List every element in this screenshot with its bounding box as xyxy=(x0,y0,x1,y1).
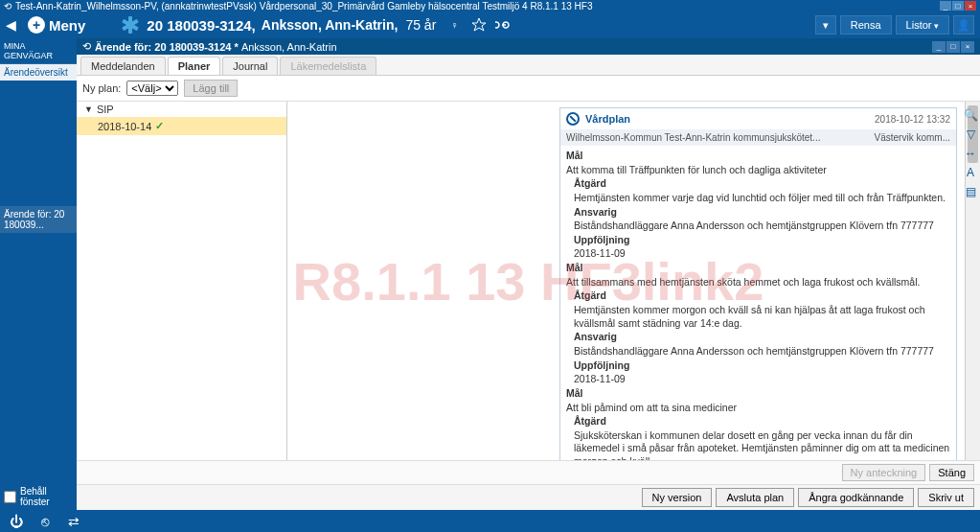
card-subheader: Wilhelmsson-Kommun Test-Ann-Katrin kommu… xyxy=(560,129,956,146)
patient-age: 75 år xyxy=(405,17,436,33)
card-line: Mål xyxy=(566,262,950,275)
card-line: Att komma till Träffpunkten för lunch oc… xyxy=(566,164,950,177)
maximize-button[interactable]: □ xyxy=(952,1,964,11)
tab-journal[interactable]: Journal xyxy=(222,57,278,75)
card-body: MålAtt komma till Träffpunkten för lunch… xyxy=(560,146,956,460)
minimize-button[interactable]: _ xyxy=(940,1,951,11)
card-line: Mål xyxy=(566,150,950,163)
card-line: Åtgärd xyxy=(566,289,950,303)
filter-tool-icon[interactable]: ▽ xyxy=(963,127,978,142)
card-line: Ansvarig xyxy=(566,206,950,220)
keep-window-row: Behåll fönster xyxy=(0,483,77,510)
left-sidebar: MINA GENVÄGAR Ärendeöversikt Ärende för:… xyxy=(0,38,77,510)
patient-name: Anksson, Ann-Katrin, xyxy=(262,17,399,33)
card-line: Uppföljning xyxy=(566,234,950,247)
ny-version-button[interactable]: Ny version xyxy=(642,488,713,507)
card-line: Åtgärd xyxy=(566,177,950,191)
card-author: Wilhelmsson-Kommun Test-Ann-Katrin kommu… xyxy=(566,132,875,143)
logout-icon[interactable]: ⎋ xyxy=(34,513,56,530)
card-line: Hemtjänsten kommer morgon och kväll så n… xyxy=(566,304,950,330)
avsluta-plan-button[interactable]: Avsluta plan xyxy=(716,488,794,507)
new-plan-select[interactable]: <Välj> xyxy=(126,81,178,96)
card-line: 2018-11-09 xyxy=(566,247,950,261)
observe-icon[interactable] xyxy=(470,16,488,34)
case-header-label: Ärende för: 20 180039-3124 * xyxy=(95,41,239,53)
card-timestamp: 2018-10-12 13:32 xyxy=(875,114,950,125)
tab-planer[interactable]: Planer xyxy=(168,57,221,75)
tree-node-label: SIP xyxy=(97,104,114,115)
menu-label: Meny xyxy=(49,17,85,34)
list-tool-icon[interactable]: ▤ xyxy=(963,184,978,199)
tab-bar: Meddelanden Planer Journal Läkemedelslis… xyxy=(77,55,980,76)
plan-tree: ▼ SIP 2018-10-14 ✓ xyxy=(77,102,287,460)
panel-maximize-button[interactable]: □ xyxy=(946,41,960,53)
card-title: Vårdplan xyxy=(585,113,875,125)
shortcuts-header: MINA GENVÄGAR xyxy=(0,38,77,64)
card-line: 2018-11-09 xyxy=(566,373,950,386)
reload-icon[interactable]: ⟲ xyxy=(82,40,91,53)
link-icon[interactable] xyxy=(495,16,513,34)
footer-bar: ⏻ ⎋ ⇄ xyxy=(0,510,980,532)
card-line: Uppföljning xyxy=(566,359,950,373)
skriv-ut-button[interactable]: Skriv ut xyxy=(918,488,974,507)
tree-node-sip[interactable]: ▼ SIP xyxy=(77,102,286,117)
stang-button[interactable]: Stäng xyxy=(929,464,974,481)
keep-window-checkbox[interactable] xyxy=(4,491,16,503)
check-icon: ✓ xyxy=(155,120,164,132)
case-header: ⟲ Ärende för: 20 180039-3124 * Anksson, … xyxy=(77,38,980,55)
patient-id: 20 180039-3124, xyxy=(147,17,255,34)
ny-anteckning-button: Ny anteckning xyxy=(842,464,926,481)
timeline-panel: Vårdplan2018-10-12 13:32Wilhelmsson-Komm… xyxy=(287,102,980,460)
card-unit: Västervik komm... xyxy=(875,132,950,143)
sidebar-case-item[interactable]: Ärende för: 20 180039... xyxy=(0,206,77,233)
angra-godkannande-button[interactable]: Ångra godkännande xyxy=(798,488,914,507)
card-line: Biståndshandläggare Anna Andersson och h… xyxy=(566,345,950,359)
card-line: Ansvarig xyxy=(566,331,950,344)
add-plan-button[interactable]: Lägg till xyxy=(184,80,238,97)
card-line: Biståndshandläggare Anna Andersson och h… xyxy=(566,220,950,233)
plus-icon: + xyxy=(28,16,45,34)
card-line: Mål xyxy=(566,387,950,401)
refresh-icon[interactable]: ⟲ xyxy=(4,1,11,12)
care-plan-card[interactable]: Vårdplan2018-10-12 13:32Wilhelmsson-Komm… xyxy=(559,107,957,460)
power-icon[interactable]: ⏻ xyxy=(6,513,27,530)
card-line: Att bli påmind om att ta sina mediciner xyxy=(566,402,950,415)
action-bar-lower: Ny version Avsluta plan Ångra godkännand… xyxy=(77,484,980,510)
card-line: Sjuksköterskan i kommunen delar dosett e… xyxy=(566,429,950,460)
user-icon[interactable]: 👤 xyxy=(953,15,974,35)
close-button[interactable]: × xyxy=(965,1,976,11)
filter-icon[interactable]: ▾ xyxy=(815,15,836,35)
case-header-name: Anksson, Ann-Katrin xyxy=(241,41,337,53)
switch-icon[interactable]: ⇄ xyxy=(63,513,84,530)
shortcut-arendeoversikt[interactable]: Ärendeöversikt xyxy=(0,64,77,81)
main-content: ⟲ Ärende för: 20 180039-3124 * Anksson, … xyxy=(77,38,980,510)
app-toolbar: ◀ + Meny 20 180039-3124, Anksson, Ann-Ka… xyxy=(0,12,980,38)
star-of-life-icon[interactable] xyxy=(120,14,141,35)
card-header: Vårdplan2018-10-12 13:32 xyxy=(560,108,956,129)
gender-icon[interactable]: ♀ xyxy=(445,16,463,34)
tab-meddelanden[interactable]: Meddelanden xyxy=(80,57,166,75)
rensa-button[interactable]: Rensa xyxy=(840,15,892,35)
panel-minimize-button[interactable]: _ xyxy=(932,41,946,53)
tool-column: 🔍 ▽ ↔ A ▤ xyxy=(961,102,980,203)
no-entry-icon xyxy=(566,112,580,126)
window-title: Test-Ann-Katrin_Wilhelmsson-PV, (annkatr… xyxy=(15,1,593,12)
expand-icon[interactable]: ↔ xyxy=(963,146,978,161)
menu-button[interactable]: + Meny xyxy=(22,14,91,35)
new-plan-label: Ny plan: xyxy=(82,82,121,94)
card-line: Åtgärd xyxy=(566,415,950,428)
listor-dropdown[interactable]: Listor xyxy=(896,15,949,35)
new-plan-row: Ny plan: <Välj> Lägg till xyxy=(77,76,980,102)
card-line: Att tillsammans med hemtjänsten sköta he… xyxy=(566,276,950,289)
window-titlebar: ⟲ Test-Ann-Katrin_Wilhelmsson-PV, (annka… xyxy=(0,0,980,12)
keep-window-label: Behåll fönster xyxy=(20,486,73,507)
tree-leaf-label: 2018-10-14 xyxy=(98,121,151,132)
panel-close-button[interactable]: × xyxy=(961,41,974,53)
card-line: Hemtjänsten kommer varje dag vid lunchti… xyxy=(566,192,950,205)
back-icon[interactable]: ◀ xyxy=(6,17,16,33)
search-icon[interactable]: 🔍 xyxy=(963,107,978,123)
tab-lakemedelslista: Läkemedelslista xyxy=(280,57,376,75)
font-tool-icon[interactable]: A xyxy=(963,165,978,180)
collapse-icon: ▼ xyxy=(84,104,93,114)
tree-leaf-date[interactable]: 2018-10-14 ✓ xyxy=(77,117,286,135)
